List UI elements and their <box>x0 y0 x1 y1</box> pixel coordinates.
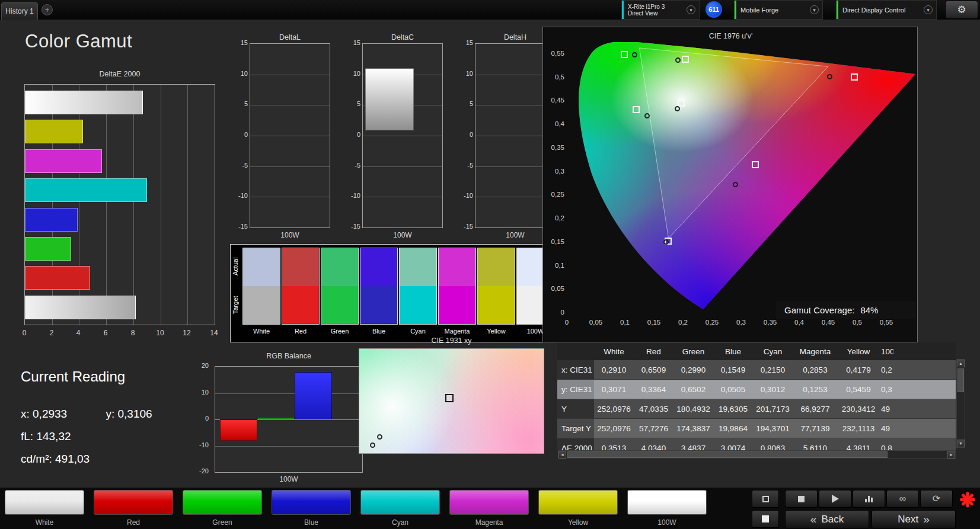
table-row[interactable]: x: CIE310,29100,65090,29900,15490,21500,… <box>557 360 956 380</box>
patch-button-magenta[interactable] <box>449 490 529 515</box>
cie76-ytick-label: 0,45 <box>544 97 564 104</box>
page-title: Color Gamut <box>25 31 132 52</box>
table-cell: 0,3 <box>879 380 893 399</box>
deltae-bar-magenta <box>25 149 102 173</box>
table-row[interactable]: Y252,097647,0335180,493219,6305201,71736… <box>557 399 956 419</box>
rgb-ytick-label: 20 <box>196 362 209 369</box>
patch-button-100w[interactable] <box>627 490 707 515</box>
meter-accent-bar <box>622 1 624 19</box>
cie76-ytick-label: 0,1 <box>544 262 564 269</box>
play-button[interactable] <box>819 490 851 508</box>
scroll-right-icon[interactable]: ► <box>947 451 955 459</box>
chart-button[interactable] <box>853 490 885 508</box>
current-reading-title: Current Reading <box>21 368 205 385</box>
table-row[interactable]: y: CIE310,30710,33640,65020,05050,30120,… <box>557 380 956 399</box>
deltaC-yticks: 151050-5-10-15 <box>347 33 360 242</box>
patch-label: Magenta <box>449 518 529 527</box>
table-header: WhiteRedGreenBlueCyanMagentaYellow100W <box>557 342 956 360</box>
cie76-xtick-label: 0,05 <box>584 319 608 326</box>
rgb-gridline <box>215 446 362 447</box>
table-row-label: x: CIE31 <box>557 360 594 379</box>
table-cell: 19,6305 <box>713 399 753 418</box>
deltaL-gridline <box>250 197 330 197</box>
scroll-left-icon[interactable]: ◄ <box>558 451 566 459</box>
infinity-button[interactable]: ∞ <box>886 490 919 508</box>
swatch-actual-magenta <box>439 248 475 286</box>
swatch-target-white <box>243 286 280 324</box>
swatch-actual-yellow <box>478 248 515 286</box>
deltae-xtick-label: 6 <box>97 329 114 337</box>
table-horizontal-scrollbar[interactable]: ◄ ► <box>558 450 956 459</box>
chevron-down-icon[interactable]: ▾ <box>810 5 819 14</box>
back-button[interactable]: « Back <box>785 510 869 528</box>
cie76-xticks: 00,050,10,150,20,250,30,350,40,450,50,55 <box>543 319 918 328</box>
deltae-bar-cyan <box>25 178 147 202</box>
cie31-point-marker <box>377 434 382 440</box>
deltaL-gridline <box>250 166 330 167</box>
table-row[interactable]: ΔE 20000,35134,03403,48373,00740,80635,6… <box>557 438 956 450</box>
patch-label: Blue <box>272 518 351 527</box>
rgb-yticks: 20100-10-20 <box>196 350 211 480</box>
settings-button[interactable]: ⚙ <box>945 1 978 19</box>
patch-button-green[interactable] <box>183 490 262 515</box>
layout-compact-button[interactable] <box>752 490 779 508</box>
swatch-column-label: White <box>242 328 280 335</box>
measurement-table: WhiteRedGreenBlueCyanMagentaYellow100W x… <box>557 342 956 450</box>
stop-button[interactable] <box>785 490 818 508</box>
table-body: x: CIE310,29100,65090,29900,15490,21500,… <box>557 360 956 450</box>
measured-marker <box>733 182 738 187</box>
swatch-column-label: Magenta <box>438 328 476 335</box>
scroll-down-icon[interactable]: ▼ <box>957 440 965 447</box>
deltae-gridline <box>106 85 107 325</box>
source-select[interactable]: Mobile Forge ▾ <box>734 0 823 20</box>
target-marker <box>682 56 689 63</box>
stop-icon <box>798 496 805 502</box>
patch-button-red[interactable] <box>94 490 173 515</box>
cie76-ytick-label: 0,05 <box>544 285 564 292</box>
target-marker <box>621 51 628 58</box>
rgb-balance-chart: RGB Balance 20100-10-20 100W <box>196 350 364 480</box>
table-cell: 0,2910 <box>594 360 634 379</box>
horizontal-scroll-thumb[interactable] <box>567 451 888 458</box>
rgb-bar-red <box>220 419 257 441</box>
scroll-up-icon[interactable]: ▲ <box>957 360 965 367</box>
double-chevron-left-icon: « <box>810 513 817 526</box>
cie76-title: CIE 1976 u'v' <box>543 32 918 40</box>
table-cell: 194,3701 <box>753 419 793 438</box>
swatch-target-red <box>282 286 319 324</box>
table-cell: 3,4837 <box>673 438 713 450</box>
rgb-plot <box>215 366 363 473</box>
table-vertical-scrollbar[interactable]: ▲ ▼ <box>956 359 965 448</box>
chevron-down-icon[interactable]: ▾ <box>687 5 695 14</box>
cie76-xtick-label: 0,2 <box>671 319 695 326</box>
cie76-ytick-label: 0 <box>544 309 564 316</box>
cie76-xtick-label: 0,25 <box>700 319 724 326</box>
filled-square-icon <box>762 515 769 522</box>
patch-button-yellow[interactable] <box>538 490 618 515</box>
table-row[interactable]: Target Y252,097657,7276174,383719,986419… <box>557 419 956 438</box>
patch-button-cyan[interactable] <box>360 490 440 515</box>
deltaC-plot <box>362 43 443 228</box>
patch-button-white[interactable] <box>5 490 84 515</box>
swatch-target-magenta <box>439 286 475 324</box>
swatch-column-yellow <box>477 248 515 325</box>
refresh-button[interactable]: ⟳ <box>920 490 953 508</box>
history-tab[interactable]: History 1 <box>1 2 38 20</box>
deltae-xtick-label: 10 <box>152 329 168 337</box>
deltae-xtick-label: 4 <box>70 329 87 337</box>
deltaC-gridline <box>363 166 442 167</box>
vertical-scroll-thumb[interactable] <box>957 368 964 392</box>
display-control-select[interactable]: Direct Display Control ▾ <box>836 0 937 20</box>
chevron-down-icon[interactable]: ▾ <box>924 5 933 14</box>
patch-button-blue[interactable] <box>272 490 351 515</box>
swatch-column-red <box>282 248 320 325</box>
table-cell: 57,7276 <box>634 419 673 438</box>
next-button[interactable]: Next » <box>872 510 956 528</box>
add-tab-button[interactable]: + <box>42 4 53 15</box>
table-cell: 0,1549 <box>713 360 753 379</box>
layout-expanded-button[interactable] <box>752 510 779 528</box>
deltaC-gridline <box>363 197 442 197</box>
bottom-bar: WhiteRedGreenBlueCyanMagentaYellow100W ∞… <box>0 487 980 529</box>
cie-1976-chart: CIE 1976 u'v' 0,550,50,450,40,350,30,250… <box>542 27 918 342</box>
meter-select[interactable]: X-Rite i1Pro 3 Direct View ▾ <box>621 0 700 20</box>
